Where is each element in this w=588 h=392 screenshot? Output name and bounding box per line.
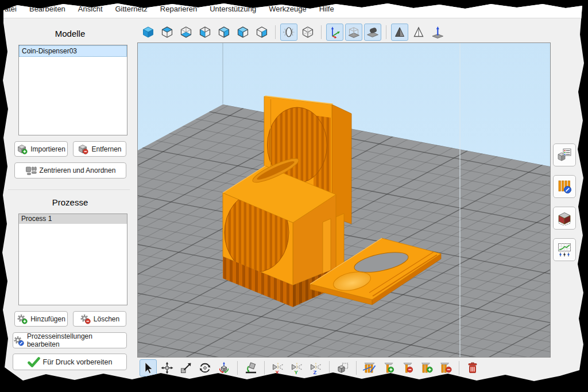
place-on-bed-tool-button[interactable] (242, 359, 260, 377)
toolpaths-edit-icon (557, 179, 572, 194)
toolbar-separator (329, 361, 330, 375)
menu-item-werkzeuge[interactable]: Werkzeuge (269, 5, 307, 13)
view-back-button[interactable] (215, 24, 233, 41)
view-top-icon (160, 25, 174, 39)
arrange-blocks-icon (25, 166, 37, 176)
prepare-print-button[interactable]: Für Druck vorbereiten (13, 354, 127, 370)
import-button[interactable]: Importieren (14, 141, 68, 157)
show-shadow-button[interactable] (364, 24, 381, 41)
normals-icon (431, 25, 444, 39)
model-settings-button[interactable] (553, 143, 576, 166)
remove-support-icon (401, 361, 415, 375)
mirror-z-icon: Z (309, 361, 323, 375)
view-right-icon (255, 25, 269, 39)
models-list[interactable]: Coin-Dispenser03 (18, 45, 127, 135)
rotate-3d-tool-button[interactable] (215, 359, 233, 377)
toolbar-separator (321, 25, 322, 39)
build-volume-icon (347, 25, 361, 39)
duplicate-tool-button[interactable] (334, 359, 351, 377)
shadow-icon (366, 25, 380, 39)
svg-text:Y: Y (295, 369, 299, 375)
show-axes-button[interactable] (326, 24, 343, 41)
view-top-button[interactable] (158, 24, 176, 41)
cube-minus-icon (78, 144, 88, 154)
view-left-button[interactable] (234, 24, 252, 41)
checkmark-icon (28, 357, 40, 367)
scene-canvas (138, 43, 550, 357)
add-all-supports-icon (420, 361, 434, 375)
mirror-z-tool-button[interactable]: Z (307, 359, 324, 377)
simplify3d-window: atei Bearbeiten Ansicht Gitternetz Repar… (0, 0, 588, 392)
edit-toolpaths-button[interactable] (553, 175, 576, 198)
import-button-label: Importieren (30, 145, 65, 153)
mirror-y-tool-button[interactable]: Y (288, 359, 305, 377)
menu-item-datei[interactable]: atei (5, 5, 17, 13)
show-build-volume-button[interactable] (345, 24, 362, 41)
toolbar-separator (356, 361, 357, 375)
edit-process-settings-label: Prozesseinstellungen bearbeiten (27, 332, 126, 348)
show-normals-button[interactable] (429, 24, 446, 41)
prepare-print-label: Für Druck vorbereiten (43, 358, 113, 366)
customize-supports-tool-button[interactable] (361, 359, 378, 377)
view-default-button[interactable] (140, 24, 157, 41)
toolbar-separator (459, 361, 459, 375)
shaded-view-button[interactable] (391, 24, 408, 41)
remove-button-label: Entfernen (91, 145, 121, 153)
select-tool-button[interactable] (140, 359, 157, 377)
center-arrange-button-label: Zentrieren und Anordnen (40, 166, 116, 174)
perspective-view-button[interactable] (280, 24, 297, 41)
menu-item-reparieren[interactable]: Reparieren (160, 5, 197, 13)
toolbar-separator (264, 361, 265, 375)
add-all-supports-tool-button[interactable] (418, 359, 435, 377)
place-on-bed-icon (244, 361, 258, 375)
list-item-process[interactable]: Process 1 (19, 214, 127, 224)
processes-list[interactable]: Process 1 (18, 214, 127, 305)
remove-support-tool-button[interactable] (399, 359, 416, 377)
menu-item-bearbeiten[interactable]: Bearbeiten (29, 5, 65, 13)
processes-panel-title: Prozesse (6, 197, 134, 207)
menu-item-gitternetz[interactable]: Gitternetz (115, 5, 148, 13)
wireframe-view-button[interactable] (410, 24, 427, 41)
application-window: atei Bearbeiten Ansicht Gitternetz Repar… (0, 0, 588, 392)
remove-all-supports-icon (439, 361, 452, 375)
toolbar-separator (275, 25, 276, 39)
add-process-button[interactable]: Hinzufügen (14, 311, 68, 327)
mirror-y-icon: Y (290, 361, 304, 375)
menu-item-hilfe[interactable]: Hilfe (319, 5, 334, 13)
menu-item-ansicht[interactable]: Ansicht (78, 5, 103, 13)
add-support-tool-button[interactable] (380, 359, 397, 377)
remove-all-supports-tool-button[interactable] (437, 359, 454, 377)
svg-text:Z: Z (314, 369, 317, 375)
list-item-model[interactable]: Coin-Dispenser03 (19, 45, 127, 57)
machine-control-button[interactable] (553, 238, 576, 261)
move-icon (160, 361, 174, 375)
cross-section-icon (557, 211, 572, 226)
rotate-3d-icon (217, 361, 231, 375)
svg-text:X: X (276, 369, 280, 375)
mirror-x-tool-button[interactable]: X (269, 359, 287, 377)
gear-plus-icon (17, 313, 28, 324)
edit-process-settings-button[interactable]: Prozesseinstellungen bearbeiten (13, 332, 127, 348)
view-bottom-button[interactable] (177, 24, 195, 41)
viewport-3d[interactable] (138, 43, 550, 357)
menu-item-unterstuetzung[interactable]: Unterstützung (210, 5, 256, 13)
center-arrange-button[interactable]: Zentrieren und Anordnen (14, 162, 126, 178)
gear-edit-icon (13, 335, 24, 346)
remove-button[interactable]: Entfernen (73, 141, 126, 157)
add-process-button-label: Hinzufügen (30, 315, 65, 323)
customize-supports-icon (363, 361, 377, 375)
rotate-tool-button[interactable] (196, 359, 214, 377)
delete-process-button-label: Löschen (94, 315, 119, 323)
view-front-button[interactable] (196, 24, 214, 41)
delete-supports-tool-button[interactable] (464, 359, 481, 377)
move-tool-button[interactable] (158, 359, 176, 377)
orthographic-view-button[interactable] (299, 24, 316, 41)
scale-tool-button[interactable] (177, 359, 195, 377)
cross-section-button[interactable] (553, 207, 576, 230)
view-bottom-icon (179, 25, 193, 39)
add-support-icon (382, 361, 396, 375)
toolbar-separator (386, 25, 386, 39)
view-right-button[interactable] (253, 24, 270, 41)
delete-process-button[interactable]: Löschen (73, 311, 126, 327)
view-toolbar (140, 24, 446, 41)
